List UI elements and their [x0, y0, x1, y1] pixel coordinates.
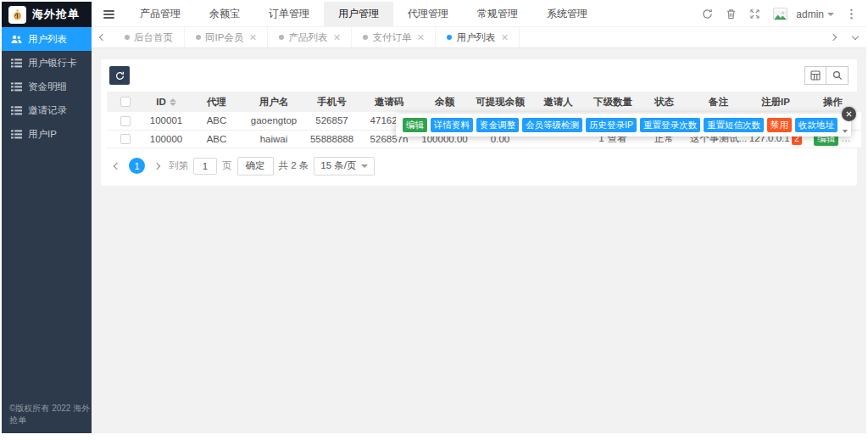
sort-icon[interactable] [170, 98, 176, 106]
col-label: 用户名 [259, 97, 289, 107]
chevron-down-icon [852, 32, 859, 39]
confirm-page-button[interactable]: 确定 [237, 157, 274, 175]
collapse-menu-button[interactable] [92, 2, 125, 26]
trash-icon[interactable] [719, 2, 743, 27]
nav-item-agents[interactable]: 代理管理 [393, 2, 463, 26]
close-icon[interactable] [333, 34, 340, 41]
login-ip-history-button[interactable]: 历史登录IP [586, 118, 637, 132]
select-all-checkbox[interactable] [120, 97, 131, 107]
col-label: ID [156, 97, 166, 107]
tab-bar: 后台首页 同IP会员 产品列表 支付订单 用户列表 [92, 27, 866, 48]
nav-item-general[interactable]: 常规管理 [463, 2, 532, 26]
member-level-check-button[interactable]: 会员等级检测 [522, 118, 582, 132]
col-label: 下级数量 [593, 97, 632, 107]
chevron-down-icon [827, 13, 834, 16]
current-page-button[interactable]: 1 [129, 158, 145, 174]
sidebar-item-user-ip[interactable]: 用户IP [2, 122, 92, 146]
reset-login-count-button[interactable]: 重置登录次数 [640, 118, 700, 132]
nav-item-system[interactable]: 系统管理 [532, 2, 602, 26]
tab-payment-orders[interactable]: 支付订单 [352, 27, 436, 47]
tabs-menu-button[interactable] [844, 27, 866, 47]
content-area: ID 代理 用户名 手机号 邀请码 余额 可提现余额 邀请人 下级数量 状态 备 [92, 48, 866, 433]
user-avatar[interactable] [773, 8, 787, 20]
user-menu[interactable]: admin [791, 8, 839, 20]
sidebar-menu: 用户列表 用户银行卡 资金明细 邀请记录 用户IP [2, 27, 92, 433]
col-id[interactable]: ID [143, 92, 189, 112]
tab-product-list[interactable]: 产品列表 [268, 27, 352, 47]
main-area: 产品管理 余额宝 订单管理 用户管理 代理管理 常规管理 系统管理 [92, 2, 866, 433]
reset-sms-count-button[interactable]: 重置短信次数 [704, 118, 764, 132]
chevron-down-icon[interactable] [843, 130, 848, 133]
nav-item-users[interactable]: 用户管理 [324, 2, 393, 26]
chevron-left-icon [114, 162, 120, 169]
cell-id: 100001 [143, 112, 189, 130]
row-checkbox[interactable] [120, 116, 131, 126]
nav-item-yuebao[interactable]: 余额宝 [195, 2, 254, 26]
user-name: admin [796, 8, 824, 20]
sidebar-item-user-bank-cards[interactable]: 用户银行卡 [2, 51, 92, 75]
prev-page-button[interactable] [110, 159, 124, 173]
close-icon[interactable] [501, 34, 508, 41]
disable-button[interactable]: 禁用 [767, 118, 792, 132]
tab-label: 同IP会员 [205, 31, 243, 44]
fund-adjust-button[interactable]: 资金调整 [476, 118, 519, 132]
copyright-text: ©版权所有 2022 海外抢单 [2, 403, 92, 426]
col-sub-count: 下级数量 [587, 92, 638, 112]
col-label: 操作 [823, 97, 843, 107]
nav-item-label: 常规管理 [477, 7, 518, 21]
tab-dot-icon [279, 35, 284, 40]
page-size-select[interactable]: 15 条/页 [314, 157, 375, 175]
cell-username: haiwai [244, 130, 303, 148]
detail-info-button[interactable]: 详情资料 [431, 118, 473, 132]
page-size-value: 15 条/页 [320, 159, 356, 172]
topbar-right: admin [695, 2, 866, 26]
sidebar: 海外抢单 用户列表 用户银行卡 资金明细 邀请记录 用户IP [2, 2, 92, 433]
table-wrap: ID 代理 用户名 手机号 邀请码 余额 可提现余额 邀请人 下级数量 状态 备 [107, 92, 851, 148]
sidebar-item-user-list[interactable]: 用户列表 [2, 27, 92, 51]
next-page-button[interactable] [150, 159, 164, 173]
nav-item-label: 余额宝 [209, 7, 240, 21]
close-icon[interactable] [417, 34, 424, 41]
col-label: 手机号 [317, 97, 347, 107]
row-checkbox[interactable] [120, 134, 131, 144]
brand-area: 海外抢单 [2, 2, 92, 27]
goto-page-input[interactable] [193, 158, 217, 175]
payment-address-button[interactable]: 收款地址 [795, 118, 837, 132]
sidebar-item-invite-records[interactable]: 邀请记录 [2, 98, 92, 122]
tab-same-ip-members[interactable]: 同IP会员 [185, 27, 268, 47]
tab-dot-icon [196, 35, 201, 40]
close-icon[interactable] [249, 34, 256, 41]
row-action-panel: 编辑 详情资料 资金调整 会员等级检测 历史登录IP 重置登录次数 重置短信次数… [396, 114, 851, 136]
tab-user-list[interactable]: 用户列表 [436, 27, 520, 47]
fullscreen-icon[interactable] [743, 2, 766, 27]
nav-item-label: 代理管理 [408, 7, 448, 21]
col-username: 用户名 [244, 92, 303, 112]
refresh-icon[interactable] [695, 2, 719, 27]
cell-username: gaoengtop [244, 112, 303, 130]
more-options-icon[interactable] [839, 2, 863, 27]
col-label: 注册IP [761, 97, 790, 107]
tabs-scroll-left-button[interactable] [92, 27, 114, 47]
tab-label: 后台首页 [134, 31, 173, 44]
col-register-ip: 注册IP [747, 92, 804, 112]
search-icon[interactable] [826, 66, 849, 85]
nav-item-products[interactable]: 产品管理 [125, 2, 195, 26]
goto-label-post: 页 [222, 159, 232, 172]
close-panel-button[interactable] [842, 107, 856, 121]
col-label: 代理 [207, 97, 226, 107]
chevron-right-icon [830, 34, 837, 41]
columns-filter-button[interactable] [804, 66, 826, 85]
edit-button[interactable]: 编辑 [403, 118, 427, 132]
cell-agent: ABC [189, 130, 244, 148]
brand-title: 海外抢单 [32, 7, 80, 22]
refresh-table-button[interactable] [109, 66, 130, 85]
nav-item-orders[interactable]: 订单管理 [254, 2, 324, 26]
sidebar-item-label: 资金明细 [28, 81, 67, 93]
col-label: 余额 [435, 97, 454, 107]
tab-dot-icon [125, 35, 130, 40]
sidebar-item-fund-details[interactable]: 资金明细 [2, 75, 92, 98]
tab-dashboard[interactable]: 后台首页 [114, 27, 185, 47]
nav-item-label: 用户管理 [338, 7, 379, 21]
col-label: 状态 [654, 97, 674, 107]
tabs-scroll-right-button[interactable] [822, 27, 844, 47]
